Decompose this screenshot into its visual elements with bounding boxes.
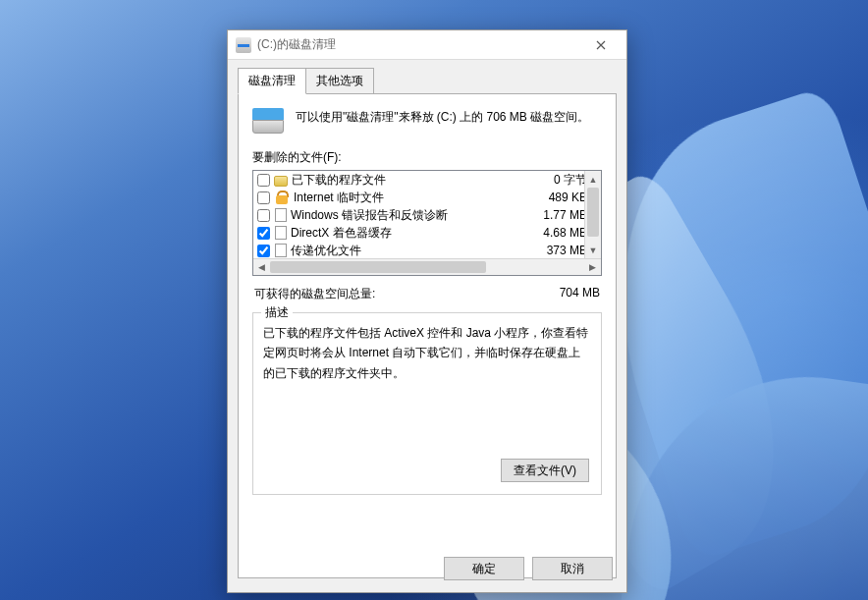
file-checkbox[interactable] — [257, 227, 270, 240]
file-row[interactable]: Windows 错误报告和反馈诊断1.77 MB — [253, 206, 601, 224]
horizontal-scrollbar[interactable]: ◀ ▶ — [253, 258, 601, 275]
file-row[interactable]: 已下载的程序文件0 字节 — [253, 171, 601, 189]
scroll-thumb-x[interactable] — [270, 261, 486, 273]
view-files-button[interactable]: 查看文件(V) — [501, 459, 589, 482]
description-label: 描述 — [261, 304, 293, 321]
file-size: 489 KB — [528, 191, 587, 204]
file-name: 传递优化文件 — [291, 243, 524, 259]
scroll-up-icon[interactable]: ▲ — [585, 171, 601, 188]
folder-icon — [274, 176, 288, 187]
disk-cleanup-icon — [236, 37, 251, 53]
file-size: 0 字节 — [528, 172, 587, 189]
file-row[interactable]: DirectX 着色器缓存4.68 MB — [253, 224, 601, 242]
intro-text: 可以使用"磁盘清理"来释放 (C:) 上的 706 MB 磁盘空间。 — [296, 108, 589, 136]
file-checkbox[interactable] — [257, 174, 270, 187]
scroll-left-icon[interactable]: ◀ — [253, 259, 270, 275]
disk-cleanup-dialog: (C:)的磁盘清理 磁盘清理 其他选项 可以使用"磁盘清理"来释放 (C:) 上… — [227, 29, 627, 593]
file-name: Internet 临时文件 — [294, 190, 524, 206]
files-label: 要删除的文件(F): — [252, 149, 602, 166]
lock-icon — [274, 190, 290, 205]
dialog-footer: 确定 取消 — [444, 557, 613, 580]
close-button[interactable] — [578, 31, 623, 59]
cancel-button[interactable]: 取消 — [532, 557, 613, 580]
total-label: 可获得的磁盘空间总量: — [254, 286, 375, 302]
ok-button[interactable]: 确定 — [444, 557, 524, 580]
file-icon — [275, 226, 287, 240]
tab-content: 可以使用"磁盘清理"来释放 (C:) 上的 706 MB 磁盘空间。 要删除的文… — [238, 93, 617, 578]
window-title: (C:)的磁盘清理 — [257, 36, 578, 53]
tab-more-options[interactable]: 其他选项 — [305, 68, 374, 94]
file-name: DirectX 着色器缓存 — [291, 225, 524, 242]
file-size: 4.68 MB — [528, 226, 587, 240]
file-name: Windows 错误报告和反馈诊断 — [291, 207, 524, 224]
scroll-right-icon[interactable]: ▶ — [584, 259, 601, 275]
vertical-scrollbar[interactable]: ▲ ▼ — [584, 171, 601, 258]
total-row: 可获得的磁盘空间总量: 704 MB — [254, 286, 600, 302]
drive-icon — [252, 108, 284, 136]
file-row[interactable]: Internet 临时文件489 KB — [253, 189, 601, 206]
file-checkbox[interactable] — [257, 245, 270, 257]
description-group: 描述 已下载的程序文件包括 ActiveX 控件和 Java 小程序，你查看特定… — [252, 312, 602, 495]
tab-disk-cleanup[interactable]: 磁盘清理 — [238, 68, 306, 94]
file-name: 已下载的程序文件 — [292, 172, 524, 189]
files-list: 已下载的程序文件0 字节Internet 临时文件489 KBWindows 错… — [252, 170, 602, 276]
file-size: 1.77 MB — [528, 208, 587, 222]
file-checkbox[interactable] — [257, 209, 270, 222]
tab-strip: 磁盘清理 其他选项 — [228, 60, 626, 94]
scroll-thumb-y[interactable] — [587, 188, 599, 237]
scroll-down-icon[interactable]: ▼ — [585, 242, 601, 258]
intro-row: 可以使用"磁盘清理"来释放 (C:) 上的 706 MB 磁盘空间。 — [252, 108, 602, 136]
description-text: 已下载的程序文件包括 ActiveX 控件和 Java 小程序，你查看特定网页时… — [263, 323, 591, 383]
titlebar[interactable]: (C:)的磁盘清理 — [228, 30, 626, 60]
file-size: 373 MB — [528, 244, 587, 257]
file-checkbox[interactable] — [257, 191, 270, 204]
total-value: 704 MB — [560, 286, 600, 302]
file-icon — [275, 208, 287, 222]
close-icon — [596, 40, 606, 50]
file-row[interactable]: 传递优化文件373 MB — [253, 242, 601, 259]
file-icon — [275, 244, 287, 257]
